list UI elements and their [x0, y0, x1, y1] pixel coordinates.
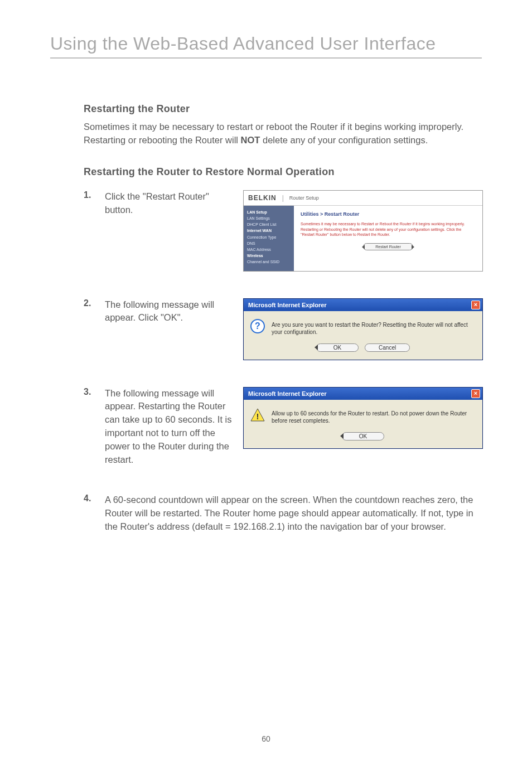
step-2-num: 2. [84, 298, 95, 308]
step-3: 3. The following message will appear. Re… [84, 387, 482, 467]
confirm-dialog-1: Microsoft Internet Explorer × ? Are you … [243, 298, 483, 360]
dialog1-text: Are you sure you want to restart the Rou… [272, 319, 476, 336]
step-1: 1. Click the "Restart Router" button. BE… [84, 190, 482, 272]
section1-body-bold: NOT [241, 135, 260, 145]
step-2: 2. The following message will appear. Cl… [84, 298, 482, 360]
nav-dhcp-list[interactable]: DHCP Client List [247, 221, 291, 227]
step-3-text: The following message will appear. Resta… [105, 387, 233, 467]
router-subtitle: Router Setup [289, 195, 319, 201]
nav-connection-type[interactable]: Connection Type [247, 234, 291, 240]
restart-router-button[interactable]: Restart Router [363, 243, 413, 250]
dialog2-close-button[interactable]: × [471, 389, 480, 398]
router-screenshot: BELKIN | Router Setup LAN Setup LAN Sett… [243, 190, 483, 272]
nav-lan-setup: LAN Setup [247, 209, 291, 215]
nav-dns[interactable]: DNS [247, 240, 291, 246]
section1-body-post: delete any of your configuration setting… [260, 135, 428, 145]
step-2-text: The following message will appear. Click… [105, 298, 233, 325]
title-rule [50, 57, 482, 59]
nav-wireless: Wireless [247, 253, 291, 259]
nav-mac-address[interactable]: MAC Address [247, 246, 291, 253]
dialog2-text: Allow up to 60 seconds for the Router to… [272, 408, 476, 424]
router-logo: BELKIN [248, 194, 277, 202]
step-1-text: Click the "Restart Router" button. [105, 190, 233, 217]
question-icon: ? [250, 319, 265, 333]
warning-icon: ! [250, 408, 265, 422]
step-4: 4. A 60-second countdown will appear on … [84, 493, 482, 534]
dialog2-title: Microsoft Internet Explorer [248, 390, 327, 397]
section1-body: Sometimes it may be necessary to restart… [84, 120, 482, 147]
section1-heading: Restarting the Router [84, 103, 482, 115]
dialog1-title: Microsoft Internet Explorer [248, 302, 327, 308]
dialog1-ok-button[interactable]: OK [316, 343, 359, 352]
nav-internet-wan: Internet WAN [247, 227, 291, 234]
nav-lan-settings[interactable]: LAN Settings [247, 215, 291, 221]
step-3-num: 3. [84, 387, 95, 397]
svg-text:!: ! [257, 412, 259, 421]
step-1-num: 1. [84, 190, 95, 200]
step-4-text: A 60-second countdown will appear on the… [105, 493, 482, 534]
step-4-num: 4. [84, 493, 95, 504]
section2-heading: Restarting the Router to Restore Normal … [84, 166, 482, 178]
router-panel-title: Utilities > Restart Router [301, 211, 476, 217]
page-title: Using the Web-Based Advanced User Interf… [50, 33, 482, 54]
router-panel-body: Sometimes it may be necessary to Restart… [301, 221, 476, 238]
page-number: 60 [0, 734, 532, 743]
dialog2-ok-button[interactable]: OK [342, 432, 384, 440]
nav-channel-ssid[interactable]: Channel and SSID [247, 259, 291, 265]
dialog1-close-button[interactable]: × [471, 301, 480, 309]
logo-separator: | [282, 194, 284, 202]
dialog1-cancel-button[interactable]: Cancel [365, 343, 410, 352]
router-nav: LAN Setup LAN Settings DHCP Client List … [244, 206, 294, 271]
confirm-dialog-2: Microsoft Internet Explorer × ! Allow up… [243, 387, 483, 449]
